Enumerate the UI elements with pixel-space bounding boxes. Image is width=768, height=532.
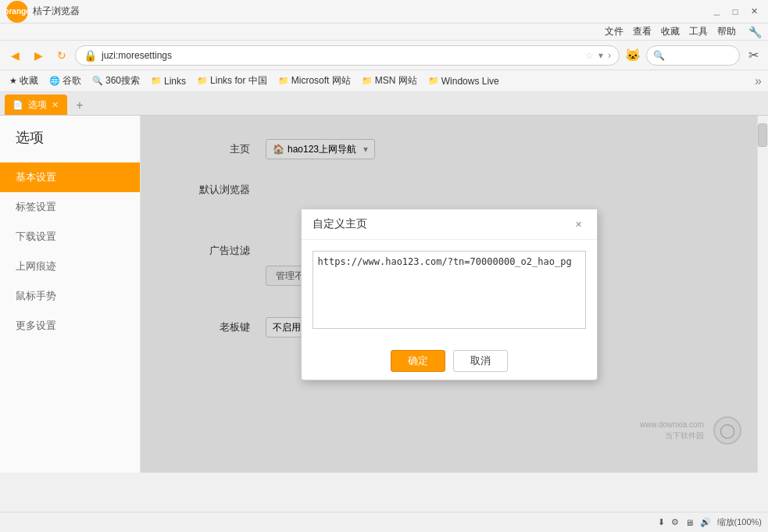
search-box[interactable]: 🔍 xyxy=(646,45,740,66)
sidebar-item-download[interactable]: 下载设置 xyxy=(0,222,140,252)
back-button[interactable]: ◀ xyxy=(5,45,25,66)
app-logo: orange xyxy=(6,1,28,23)
address-text: juzi:moresettings xyxy=(102,50,580,61)
bookmark-icon-btn[interactable]: 🐱 xyxy=(623,45,643,66)
download-button[interactable]: ⬇ xyxy=(658,517,665,527)
bookmark-label: Links xyxy=(164,76,186,87)
bookmark-label: 收藏 xyxy=(20,74,38,87)
dialog-footer: 确定 取消 xyxy=(302,342,597,380)
scissors-button[interactable]: ✂ xyxy=(743,45,763,66)
tab-close-button[interactable]: ✕ xyxy=(52,100,59,110)
sidebar-label: 基本设置 xyxy=(16,171,56,183)
bookmark-msn[interactable]: 📁 MSN 网站 xyxy=(359,73,420,89)
dialog-title: 自定义主页 xyxy=(313,217,367,231)
google-icon: 🌐 xyxy=(49,76,60,86)
tabbar: 📄 选项 ✕ + xyxy=(0,92,768,116)
bookmarks-bar: ★ 收藏 🌐 谷歌 🔍 360搜索 📁 Links 📁 Links for 中国… xyxy=(0,70,768,92)
sidebar-label: 上网痕迹 xyxy=(16,260,56,272)
homepage-url-input[interactable] xyxy=(313,251,586,329)
folder-icon: 📁 xyxy=(151,76,162,86)
bookmark-windows-live[interactable]: 📁 Windows Live xyxy=(425,74,502,88)
dialog-header: 自定义主页 × xyxy=(302,209,597,240)
sidebar-label: 更多设置 xyxy=(16,320,56,331)
bookmark-links-cn[interactable]: 📁 Links for 中国 xyxy=(194,73,270,89)
tab-icon: 📄 xyxy=(13,100,23,110)
close-button[interactable]: ✕ xyxy=(746,4,762,20)
bookmark-google[interactable]: 🌐 谷歌 xyxy=(46,73,84,89)
nav-right: 🐱 xyxy=(623,45,643,66)
bookmark-label: Microsoft 网站 xyxy=(291,74,351,87)
bookmark-label: 360搜索 xyxy=(105,74,140,87)
tab-label: 选项 xyxy=(28,98,47,112)
360-icon: 🔍 xyxy=(92,76,103,86)
menu-tools[interactable]: 工具 xyxy=(689,25,708,38)
bookmark-microsoft[interactable]: 📁 Microsoft 网站 xyxy=(275,73,354,89)
navbar: ◀ ▶ ↻ 🔒 juzi:moresettings ☆ ▾ › 🐱 🔍 ✂ xyxy=(0,41,768,70)
sidebar-label: 下载设置 xyxy=(16,230,56,242)
sidebar-item-history[interactable]: 上网痕迹 xyxy=(0,252,140,281)
folder-icon: 📁 xyxy=(278,76,289,86)
scrollbar-track[interactable] xyxy=(757,116,768,473)
address-dropdown[interactable]: ▾ xyxy=(598,50,603,61)
bookmark-favorites[interactable]: ★ 收藏 xyxy=(6,73,41,89)
menubar: 文件 查看 收藏 工具 帮助 🔧 xyxy=(0,23,768,41)
bookmark-360[interactable]: 🔍 360搜索 xyxy=(89,73,143,89)
sidebar-item-tabs[interactable]: 标签设置 xyxy=(0,192,140,222)
bookmark-label: Links for 中国 xyxy=(210,74,267,87)
tab-options[interactable]: 📄 选项 ✕ xyxy=(5,95,67,115)
custom-homepage-dialog: 自定义主页 × 确定 取消 xyxy=(301,209,598,380)
dialog-overlay: 自定义主页 × 确定 取消 xyxy=(141,116,757,473)
sidebar-label: 鼠标手势 xyxy=(16,290,56,302)
bookmark-links[interactable]: 📁 Links xyxy=(148,74,189,88)
dialog-body xyxy=(302,240,597,342)
folder-icon: 📁 xyxy=(362,76,373,86)
volume-icon: 🔊 xyxy=(700,517,711,527)
settings-button[interactable]: ⚙ xyxy=(671,517,679,527)
menu-view[interactable]: 查看 xyxy=(633,25,652,38)
scrollbar-thumb[interactable] xyxy=(758,123,767,147)
menu-file[interactable]: 文件 xyxy=(605,25,623,38)
sidebar-label: 标签设置 xyxy=(16,201,56,212)
folder-icon: 📁 xyxy=(428,76,439,86)
address-go[interactable]: › xyxy=(608,50,611,61)
maximize-button[interactable]: □ xyxy=(727,4,743,20)
sidebar-item-more[interactable]: 更多设置 xyxy=(0,311,140,341)
app-title: 桔子浏览器 xyxy=(33,5,80,18)
search-icon: 🔍 xyxy=(653,50,665,61)
menu-help[interactable]: 帮助 xyxy=(717,25,736,38)
sidebar: 选项 基本设置 标签设置 下载设置 上网痕迹 鼠标手势 更多设置 xyxy=(0,116,141,473)
bookmark-label: MSN 网站 xyxy=(375,74,417,87)
statusbar: ⬇ ⚙ 🖥 🔊 缩放(100%) xyxy=(0,512,768,532)
dialog-close-button[interactable]: × xyxy=(572,217,586,231)
address-bar[interactable]: 🔒 juzi:moresettings ☆ ▾ › xyxy=(75,45,620,66)
address-star[interactable]: ☆ xyxy=(585,50,594,61)
screen-button[interactable]: 🖥 xyxy=(685,518,694,527)
content-area: 选项 基本设置 标签设置 下载设置 上网痕迹 鼠标手势 更多设置 主页 🏠 ha xyxy=(0,116,768,473)
forward-button[interactable]: ▶ xyxy=(28,45,48,66)
menu-extra-icon: 🔧 xyxy=(748,26,762,38)
confirm-button[interactable]: 确定 xyxy=(391,350,445,372)
titlebar: orange 桔子浏览器 ＿ □ ✕ xyxy=(0,0,768,23)
folder-icon: 📁 xyxy=(197,76,208,86)
bookmarks-more-button[interactable]: » xyxy=(755,74,762,88)
refresh-button[interactable]: ↻ xyxy=(52,45,72,66)
titlebar-left: orange 桔子浏览器 xyxy=(6,1,80,23)
new-tab-button[interactable]: + xyxy=(70,96,89,115)
address-icon: 🔒 xyxy=(84,49,97,62)
settings-panel: 主页 🏠 hao123上网导航 ▾ 默认浏览器 广告过滤 管 xyxy=(141,116,757,473)
menu-favorites[interactable]: 收藏 xyxy=(661,25,680,38)
minimize-button[interactable]: ＿ xyxy=(709,4,724,20)
page-title: 选项 xyxy=(0,128,140,162)
star-icon: ★ xyxy=(9,76,17,86)
bookmark-label: Windows Live xyxy=(441,76,499,87)
zoom-level[interactable]: 缩放(100%) xyxy=(717,516,762,528)
sidebar-item-basic[interactable]: 基本设置 xyxy=(0,162,140,192)
sidebar-item-gesture[interactable]: 鼠标手势 xyxy=(0,281,140,311)
cancel-button[interactable]: 取消 xyxy=(453,350,508,372)
bookmark-label: 谷歌 xyxy=(63,74,81,87)
window-controls: ＿ □ ✕ xyxy=(709,4,762,20)
